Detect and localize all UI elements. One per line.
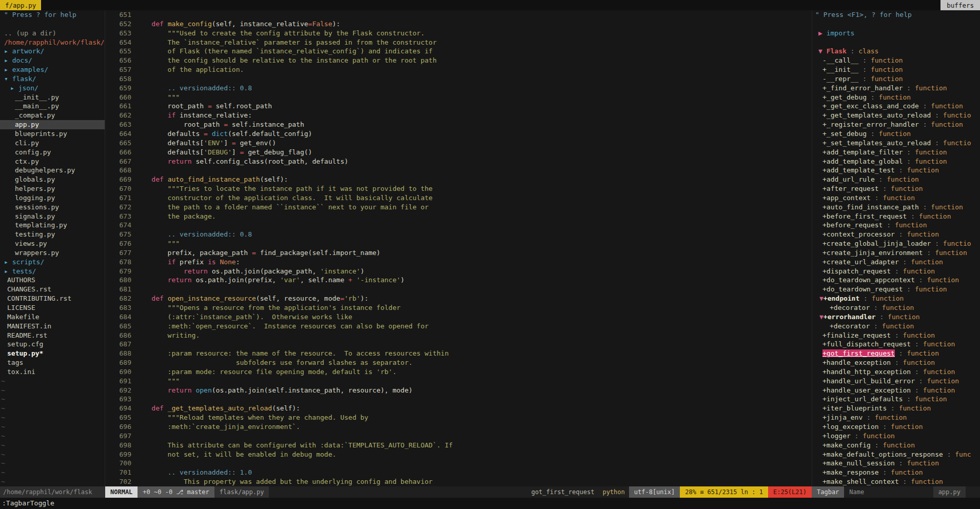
tree-file-globals-py[interactable]: globals.py [0,175,105,184]
tag-name[interactable]: +after_request [822,185,879,192]
tag-do-teardown-appcontext[interactable]: +do_teardown_appcontext : function [812,276,980,285]
code-line-655[interactable]: 655 of Flask (there named `instance_rela… [105,47,812,56]
tag-flask[interactable]: ▼ Flask : class [812,47,980,56]
code-line-694[interactable]: 694 def _get_templates_auto_reload(self)… [105,404,812,413]
code-line-678[interactable]: 678 if prefix is None: [105,258,812,267]
tag-name[interactable]: +_find_error_handler [822,84,903,92]
tree-dir-flask[interactable]: ▾ flask/ [0,74,105,84]
tree-file-authors[interactable]: AUTHORS [0,276,105,285]
tag-name[interactable]: +_get_templates_auto_reload [822,111,931,119]
tag-repr[interactable]: -__repr__ : function [812,74,980,84]
tag-create-jinja-environment[interactable]: +create_jinja_environment : function [812,248,980,258]
code-line-666[interactable]: 666 defaults['DEBUG'] = get_debug_flag() [105,148,812,157]
tag-name[interactable]: +handle_url_build_error [822,377,915,385]
tag-name[interactable]: Flask [827,47,847,55]
tag-dispatch-request[interactable]: +dispatch_request : function [812,267,980,276]
code-line-652[interactable]: 652 def make_config(self, instance_relat… [105,19,812,29]
code-line-701[interactable]: 701 .. versionadded:: 1.0 [105,468,812,477]
code-line-697[interactable]: 697 [105,432,812,441]
tag-name[interactable]: +handle_user_exception [822,386,911,394]
tag-create-global-jinja-loader[interactable]: +create_global_jinja_loader : functio [812,239,980,248]
code-line-656[interactable]: 656 the config should be relative to the… [105,56,812,65]
tree-dir-examples[interactable]: ▸ examples/ [0,65,105,74]
tag-add-template-global[interactable]: +add_template_global : function [812,157,980,166]
tag-name[interactable]: +got_first_request [822,349,895,357]
buffers-button[interactable]: buffers [940,0,980,10]
fold-closed-icon[interactable]: ▶ [818,29,827,37]
tag-name[interactable]: +decorator [830,304,870,311]
tag-add-url-rule[interactable]: +add_url_rule : function [812,175,980,184]
tag-log-exception[interactable]: +log_exception : function [812,422,980,432]
code-line-698[interactable]: 698 This attribute can be configured wit… [105,441,812,450]
tag-jinja-env[interactable]: +jinja_env : function [812,413,980,422]
tree-file-logging-py[interactable]: logging.py [0,193,105,203]
tag-name[interactable]: +__init__ [822,66,858,73]
tree-file-cli-py[interactable]: cli.py [0,139,105,148]
code-line-681[interactable]: 681 [105,285,812,294]
tree-dir-artwork[interactable]: ▸ artwork/ [0,47,105,56]
tree-file-readme-rst[interactable]: README.rst [0,331,105,340]
tag-make-response[interactable]: +make_response : function [812,468,980,477]
code-line-671[interactable]: 671 constructor of the application class… [105,193,812,203]
code-line-680[interactable]: 680 return os.path.join(prefix, 'var', s… [105,276,812,285]
tag-handle-url-build-error[interactable]: +handle_url_build_error : function [812,377,980,386]
tag-make-null-session[interactable]: +make_null_session : function [812,459,980,468]
tree-file-templating-py[interactable]: templating.py [0,221,105,230]
tag-name[interactable]: +add_template_test [822,166,895,174]
tag-name[interactable]: -__repr__ [822,75,858,83]
tag-name[interactable]: +inject_url_defaults [822,395,903,403]
code-line-699[interactable]: 699 not set, it will be enabled in debug… [105,450,812,459]
tag-logger[interactable]: +logger : function [812,432,980,441]
tree-file-wrappers-py[interactable]: wrappers.py [0,248,105,258]
tag-name[interactable]: +handle_exception [822,359,891,366]
tag-name[interactable]: +logger [822,432,851,440]
tag-name[interactable]: +add_url_rule [822,175,875,183]
code-line-661[interactable]: 661 root_path = self.root_path [105,102,812,111]
tree-file-main-py[interactable]: __main__.py [0,102,105,111]
code-line-660[interactable]: 660 """ [105,93,812,102]
tag-name[interactable]: +make_response [822,468,879,476]
tag-add-template-test[interactable]: +add_template_test : function [812,166,980,175]
code-line-664[interactable]: 664 defaults = dict(self.default_config) [105,129,812,139]
tag-find-error-handler[interactable]: +_find_error_handler : function [812,84,980,93]
tag-name[interactable]: +dispatch_request [822,267,891,275]
code-line-675[interactable]: 675 .. versionadded:: 0.8 [105,230,812,239]
tag-name[interactable]: +log_exception [822,423,879,430]
code-line-687[interactable]: 687 [105,340,812,349]
tag-inject-url-defaults[interactable]: +inject_url_defaults : function [812,395,980,404]
tag-name[interactable]: +make_null_session [822,459,895,467]
fold-open-icon[interactable]: ▼ [818,47,827,55]
tree-file-setup-py[interactable]: setup.py* [0,349,105,358]
tree-file-license[interactable]: LICENSE [0,303,105,312]
tag-name[interactable]: +_get_debug [822,93,867,101]
code-line-663[interactable]: 663 root_path = self.instance_path [105,120,812,129]
code-line-689[interactable]: 689 subfolders use forward slashes as se… [105,358,812,367]
code-line-668[interactable]: 668 [105,166,812,175]
tag-name[interactable]: +make_default_options_response [822,451,943,458]
code-line-667[interactable]: 667 return self.config_class(root_path, … [105,157,812,166]
tag-name[interactable]: +create_jinja_environment [822,249,923,257]
code-line-693[interactable]: 693 [105,395,812,404]
code-line-673[interactable]: 673 the package. [105,212,812,221]
code-line-688[interactable]: 688 :param resource: the name of the res… [105,349,812,358]
code-line-676[interactable]: 676 """ [105,239,812,248]
tag-name[interactable]: +_set_templates_auto_reload [822,139,931,147]
tree-file-setup-cfg[interactable]: setup.cfg [0,340,105,349]
tag-name[interactable]: +make_shell_context [822,478,899,485]
tag-before-first-request[interactable]: +before_first_request : function [812,212,980,221]
code-line-702[interactable]: 702 This property was added but the unde… [105,477,812,486]
tree-file-debughelpers-py[interactable]: debughelpers.py [0,166,105,175]
tree-file-views-py[interactable]: views.py [0,239,105,248]
fold-open-icon[interactable]: ▼ [819,313,824,321]
tag-add-template-filter[interactable]: +add_template_filter : function [812,148,980,157]
tag-endpoint[interactable]: ▼+endpoint : function [812,294,980,303]
tag-before-request[interactable]: +before_request : function [812,221,980,230]
code-line-662[interactable]: 662 if instance_relative: [105,111,812,120]
tab-app-py[interactable]: f/app.py [0,0,41,10]
collapse-arrow-icon[interactable]: ▾ [4,75,12,83]
tag-make-shell-context[interactable]: +make_shell_context : function [812,477,980,486]
tag-name[interactable]: +iter_blueprints [822,404,887,412]
tag-full-dispatch-request[interactable]: +full_dispatch_request : function [812,340,980,349]
tag-handle-user-exception[interactable]: +handle_user_exception : function [812,386,980,395]
expand-arrow-icon[interactable]: ▸ [10,84,18,92]
